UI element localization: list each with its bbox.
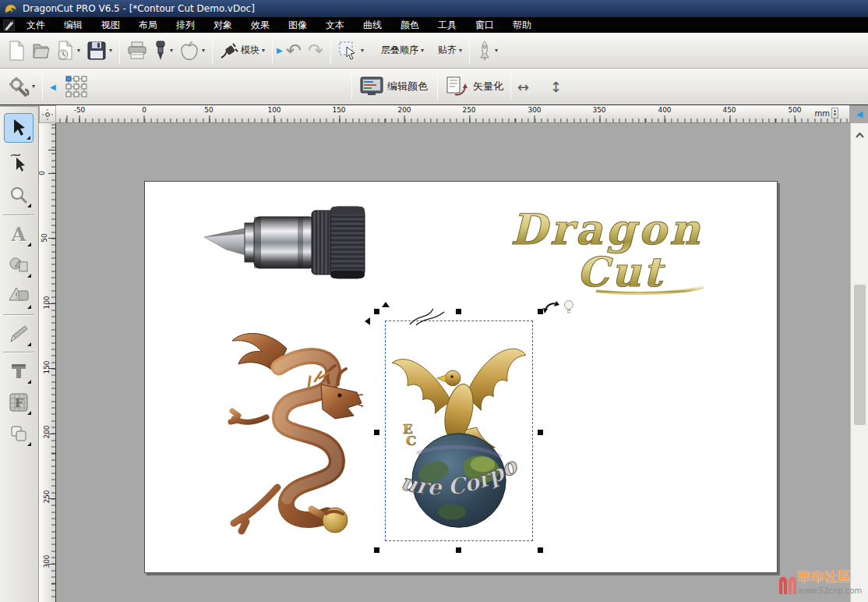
save-button[interactable]: ▾ xyxy=(83,37,115,65)
edit-colors-button[interactable]: 编辑颜色 xyxy=(355,73,432,101)
handle-top-center[interactable] xyxy=(456,309,461,314)
trace-apple-button[interactable]: ▾ xyxy=(176,37,208,65)
tool-select[interactable] xyxy=(4,113,34,143)
ruler-unit-spinner[interactable]: ▲▼ xyxy=(831,108,838,119)
anchor-point-grid[interactable] xyxy=(64,74,89,99)
undo-button[interactable]: ↶ xyxy=(283,37,305,65)
dragon-figurine-image[interactable] xyxy=(212,324,363,542)
tool-shape-combine[interactable] xyxy=(4,419,34,448)
menu-curves[interactable]: 曲线 xyxy=(354,17,391,34)
save-dropdown-icon[interactable]: ▾ xyxy=(109,48,112,54)
lightbulb-icon[interactable] xyxy=(564,299,573,315)
logo-text-dragon: Dragon xyxy=(510,204,703,254)
handle-middle-right[interactable] xyxy=(538,430,543,435)
v-ruler-label: 0 xyxy=(38,171,46,175)
h-ruler-label: 150 xyxy=(332,106,345,114)
snap-dropdown-icon[interactable]: ▾ xyxy=(459,48,462,54)
handle-middle-left[interactable] xyxy=(374,430,379,435)
menu-edit[interactable]: 编辑 xyxy=(55,17,92,34)
trace-dropdown-icon[interactable]: ▾ xyxy=(202,48,205,54)
new-document-button[interactable] xyxy=(5,37,28,65)
menu-object[interactable]: 对象 xyxy=(204,17,242,34)
open-file-button[interactable] xyxy=(28,37,53,65)
rocket-dropdown-icon[interactable]: ▾ xyxy=(495,48,498,54)
modules-dropdown-icon[interactable]: ▾ xyxy=(262,48,265,54)
plot-cut-button[interactable]: ▾ xyxy=(150,37,176,65)
horizontal-ruler[interactable]: -50 0 50 100 150 200 250 300 350 400 450… xyxy=(56,105,849,123)
handle-top-left[interactable] xyxy=(374,309,379,314)
site-watermark: 華印社區 www.52cnp.com xyxy=(778,565,868,602)
tool-pencil[interactable] xyxy=(4,319,34,349)
menu-effects[interactable]: 效果 xyxy=(242,17,279,34)
menu-arrange[interactable]: 排列 xyxy=(167,17,204,34)
rocket-icon xyxy=(477,41,492,61)
settings-button[interactable]: ▾ xyxy=(5,73,38,101)
tool-type-t[interactable] xyxy=(4,356,34,386)
select-dropdown-icon[interactable]: ▾ xyxy=(361,48,364,54)
v-ruler-label: 200 xyxy=(43,425,51,438)
document-app-icon[interactable] xyxy=(0,17,17,33)
handle-bottom-left[interactable] xyxy=(374,547,379,553)
flyout-arrow-icon[interactable]: ▶ xyxy=(277,46,283,55)
tool-node-edit[interactable] xyxy=(4,147,34,177)
mirror-vertical-button[interactable]: ↕ xyxy=(545,73,566,101)
rotate-handle-icon[interactable] xyxy=(542,299,559,313)
settings-dropdown-icon[interactable]: ▾ xyxy=(32,83,35,90)
menu-tools[interactable]: 工具 xyxy=(429,17,466,34)
tool-text[interactable]: A xyxy=(4,219,34,249)
selection-marquee[interactable]: E C ure Corpo xyxy=(385,320,533,541)
print-button[interactable] xyxy=(124,37,150,65)
menu-view[interactable]: 视图 xyxy=(92,17,129,34)
dragoncut-logo-image[interactable]: Dragon Cut xyxy=(503,199,707,296)
collapse-left-icon[interactable]: ◀ xyxy=(50,83,56,91)
scroll-up-button[interactable] xyxy=(853,128,866,142)
palette-collapse-arrow[interactable]: ◀ xyxy=(852,107,866,122)
menu-color[interactable]: 颜色 xyxy=(391,17,429,34)
wisp-flourish xyxy=(408,307,446,326)
menu-text[interactable]: 文本 xyxy=(316,17,354,34)
menu-file[interactable]: 文件 xyxy=(17,17,55,34)
tool-effects[interactable]: ! xyxy=(4,282,34,311)
eagle-globe-image[interactable]: E C ure Corpo xyxy=(386,321,532,540)
stack-order-dropdown-icon[interactable]: ▾ xyxy=(421,48,424,54)
plot-dropdown-icon[interactable]: ▾ xyxy=(170,48,173,54)
import-dropdown-icon[interactable]: ▾ xyxy=(77,48,80,54)
v-ruler-label: 150 xyxy=(43,360,51,374)
menu-image[interactable]: 图像 xyxy=(279,17,316,34)
blade-holder-image[interactable] xyxy=(199,203,368,282)
select-objects-button[interactable]: ▾ xyxy=(335,37,367,65)
import-button[interactable]: ▾ xyxy=(53,37,83,65)
scrollbar-thumb[interactable] xyxy=(854,285,866,425)
mirror-horizontal-button[interactable]: ↔ xyxy=(513,73,534,101)
menu-window[interactable]: 窗口 xyxy=(466,17,503,34)
drawing-canvas[interactable]: Dragon Cut xyxy=(56,123,850,602)
handle-bottom-center[interactable] xyxy=(456,547,461,553)
edit-colors-label: 编辑颜色 xyxy=(387,80,428,94)
tool-zoom[interactable] xyxy=(4,180,34,210)
v-ruler-label: 250 xyxy=(43,490,51,503)
property-bar: ▾ ◀ x y ▲▼ ▲▼ ↔ ↕ ▲▼ ▲▼ ↻ ↺ 编辑颜色 xyxy=(0,69,868,105)
modules-button[interactable]: 模块 ▾ xyxy=(217,37,268,65)
vectorize-button[interactable]: 矢量化 xyxy=(441,73,508,101)
h-ruler-label: 400 xyxy=(658,106,671,114)
vertical-ruler[interactable]: 0 50 100 150 200 250 300 xyxy=(39,123,56,602)
ruler-origin-button[interactable] xyxy=(39,105,56,123)
vertical-scrollbar[interactable] xyxy=(850,123,868,602)
menu-layout[interactable]: 布局 xyxy=(129,17,167,34)
ruler-unit-selector[interactable]: mm ▲▼ xyxy=(815,108,838,119)
h-ruler-label: 200 xyxy=(397,106,411,114)
stack-order-button[interactable]: 层叠顺序 ▾ xyxy=(378,37,427,65)
stack-order-label: 层叠顺序 xyxy=(381,44,418,57)
h-ruler-label: 450 xyxy=(722,106,736,114)
handle-bottom-right[interactable] xyxy=(538,547,543,553)
h-ruler-label: 100 xyxy=(267,106,281,114)
anchor-top-left-selected[interactable] xyxy=(66,76,71,81)
tool-distort-f[interactable]: F xyxy=(4,388,34,417)
menu-help[interactable]: 帮助 xyxy=(503,17,541,34)
dragon-app-icon xyxy=(4,3,17,15)
rocket-launch-button[interactable]: ▾ xyxy=(474,37,501,65)
redo-button[interactable]: ↷ xyxy=(305,37,326,65)
snap-button[interactable]: 贴齐 ▾ xyxy=(435,37,465,65)
tool-shapes[interactable] xyxy=(4,250,34,280)
toolbar-separator xyxy=(212,37,213,64)
